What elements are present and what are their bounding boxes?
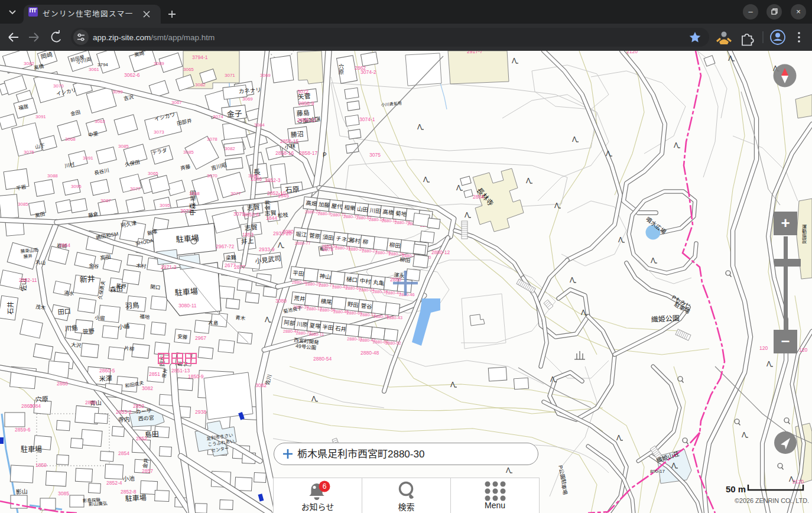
svg-text:川田: 川田 — [369, 207, 381, 215]
svg-text:2852: 2852 — [133, 403, 144, 409]
svg-text:2858-17: 2858-17 — [299, 150, 317, 156]
svg-text:Λ: Λ — [651, 256, 655, 265]
svg-text:3088: 3088 — [47, 173, 58, 178]
svg-text:金谷: 金谷 — [89, 262, 99, 270]
svg-text:Λ: Λ — [265, 316, 269, 324]
svg-text:3069: 3069 — [260, 73, 271, 78]
svg-text:2967: 2967 — [195, 335, 206, 341]
svg-text:app.zip-site.com/smt/app/map.h: app.zip-site.com/smt/app/map.htm — [93, 33, 215, 42]
svg-text:中村: 中村 — [359, 277, 372, 285]
svg-text:2857: 2857 — [142, 468, 153, 474]
svg-text:3069: 3069 — [242, 96, 253, 102]
svg-text:2852: 2852 — [136, 436, 147, 441]
svg-text:1845: 1845 — [278, 193, 289, 199]
svg-text:3070: 3070 — [207, 173, 217, 178]
svg-text:2853-6: 2853-6 — [243, 212, 259, 217]
svg-text:寺内: 寺内 — [118, 415, 130, 423]
svg-text:横尾: 横尾 — [320, 298, 332, 306]
svg-text:3082: 3082 — [24, 61, 34, 66]
svg-text:2880: 2880 — [390, 277, 401, 283]
svg-text:2952-11: 2952-11 — [19, 277, 37, 283]
svg-text:木村: 木村 — [136, 262, 147, 270]
svg-text:藤島: 藤島 — [296, 108, 310, 117]
svg-text:半田: 半田 — [322, 323, 334, 331]
svg-text:3794-1: 3794-1 — [192, 54, 208, 60]
svg-text:3082: 3082 — [195, 82, 206, 87]
svg-text:2967-72: 2967-72 — [216, 243, 234, 249]
svg-text:3078: 3078 — [207, 137, 217, 142]
svg-text:3095: 3095 — [160, 203, 170, 208]
svg-text:2938: 2938 — [195, 409, 206, 415]
svg-text:高橋: 高橋 — [382, 208, 395, 216]
svg-text:2884: 2884 — [473, 194, 484, 200]
svg-text:2120: 2120 — [626, 51, 638, 54]
svg-text:影島探験: 影島探験 — [83, 496, 101, 504]
svg-text:Λ: Λ — [450, 381, 455, 389]
svg-text:3068: 3068 — [65, 137, 76, 142]
svg-text:2933-20: 2933-20 — [273, 230, 291, 236]
svg-text:井上: 井上 — [241, 236, 254, 245]
svg-text:茂木: 茂木 — [35, 304, 46, 311]
svg-text:関口: 関口 — [150, 284, 161, 291]
svg-text:片柳: 片柳 — [124, 345, 135, 352]
svg-text:丸亀: 丸亀 — [373, 279, 385, 287]
svg-text:Λ: Λ — [728, 54, 733, 63]
svg-text:Λ: Λ — [512, 57, 517, 65]
svg-text:3089: 3089 — [154, 61, 164, 66]
svg-text:高田: 高田 — [34, 211, 46, 219]
svg-text:2880-12: 2880-12 — [431, 249, 450, 255]
svg-text:高橋: 高橋 — [33, 63, 44, 71]
svg-text:Λ: Λ — [506, 466, 511, 475]
svg-text:羽鳥: 羽鳥 — [125, 300, 139, 310]
svg-text:Λ: Λ — [465, 211, 469, 219]
svg-text:Λ: Λ — [618, 236, 623, 244]
svg-text:Λ: Λ — [671, 462, 676, 470]
svg-text:890-17: 890-17 — [650, 469, 665, 474]
svg-text:2880-52: 2880-52 — [385, 340, 401, 346]
svg-text:6: 6 — [322, 482, 326, 491]
svg-text:小池: 小池 — [122, 475, 135, 482]
svg-text:2858-10: 2858-10 — [297, 117, 316, 123]
svg-text:2862: 2862 — [355, 65, 366, 71]
svg-text:1850-9: 1850-9 — [188, 374, 204, 379]
svg-text:2858-9: 2858-9 — [298, 100, 314, 106]
svg-text:2858-15: 2858-15 — [280, 138, 298, 144]
svg-text:3085: 3085 — [58, 491, 69, 496]
svg-text:Λ: Λ — [417, 123, 422, 131]
svg-text:120: 120 — [799, 347, 807, 353]
svg-text:1846: 1846 — [251, 176, 262, 182]
svg-text:菊地: 菊地 — [395, 210, 407, 217]
svg-text:2964: 2964 — [59, 242, 70, 248]
svg-text:野田: 野田 — [347, 301, 359, 309]
svg-text:米澤: 米澤 — [99, 375, 112, 382]
svg-text:Λ: Λ — [550, 375, 555, 384]
svg-text:青木: 青木 — [235, 314, 246, 322]
svg-text:3082: 3082 — [142, 385, 153, 391]
svg-text:堀江: 堀江 — [295, 230, 308, 238]
svg-text:大沢: 大沢 — [71, 342, 82, 349]
svg-text:田口: 田口 — [57, 307, 71, 316]
svg-text:須田: 須田 — [322, 233, 334, 241]
svg-text:3091: 3091 — [83, 155, 93, 161]
svg-text:斉藤: 斉藤 — [180, 164, 191, 171]
svg-text:2971-2: 2971-2 — [161, 264, 177, 270]
svg-text:山田: 山田 — [356, 205, 368, 213]
svg-text:3068: 3068 — [189, 191, 200, 196]
svg-text:梁艱: 梁艱 — [225, 254, 236, 261]
svg-text:3085: 3085 — [18, 202, 28, 207]
svg-text:カネナリ: カネナリ — [238, 86, 261, 95]
svg-text:菅原: 菅原 — [308, 232, 320, 240]
svg-text:Λ: Λ — [606, 150, 610, 158]
svg-text:加藤: 加藤 — [318, 201, 330, 209]
svg-text:3077: 3077 — [130, 186, 141, 191]
svg-text:長谷川: 長谷川 — [93, 167, 109, 176]
svg-text:3074-1: 3074-1 — [359, 116, 375, 122]
svg-text:松枝: 松枝 — [277, 211, 288, 219]
svg-text:1853: 1853 — [242, 232, 254, 238]
svg-text:吉沢: 吉沢 — [123, 94, 134, 102]
svg-text:3078: 3078 — [322, 246, 333, 252]
svg-text:2853-2: 2853-2 — [116, 409, 132, 415]
svg-text:相樂: 相樂 — [344, 204, 356, 212]
svg-text:小峰: 小峰 — [118, 323, 130, 330]
svg-text:川原: 川原 — [296, 320, 308, 328]
